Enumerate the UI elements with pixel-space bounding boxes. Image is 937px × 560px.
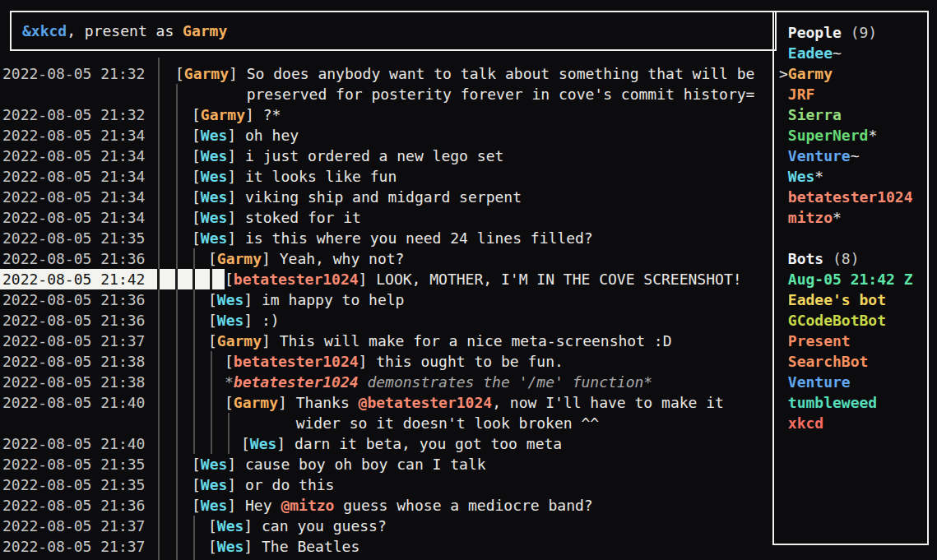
timestamp: 2022-08-05 21:34 (2, 166, 145, 187)
nick: Wes (217, 517, 244, 535)
member-item[interactable]: Sierra (779, 104, 842, 125)
timestamp: 2022-08-05 21:36 (2, 289, 145, 310)
selection-line-tick (157, 269, 160, 289)
chat-row[interactable]: 2022-08-05 21:34[Wes] viking ship and mi… (0, 187, 766, 207)
member-item[interactable]: Venture~ (779, 146, 860, 166)
section-count: (9) (842, 24, 877, 41)
chat-row[interactable]: 2022-08-05 21:35[Wes] cause boy oh boy c… (0, 454, 766, 474)
timestamp: 2022-08-05 21:36 (2, 495, 145, 516)
chat-row[interactable]: 2022-08-05 21:34[Wes] i just ordered a n… (0, 146, 766, 166)
chat-row[interactable]: 2022-08-05 21:32[Garmy] So does anybody … (0, 63, 766, 84)
member-name: Wes (788, 168, 815, 185)
message-text: [Garmy] So does anybody want to talk abo… (175, 63, 754, 84)
message-text: [Wes] darn it beta, you got too meta (241, 433, 562, 454)
message-body: ] darn it beta, you got too meta (276, 435, 562, 452)
timestamp: 2022-08-05 21:37 (2, 516, 145, 536)
member-status-suffix: * (833, 209, 842, 226)
message-text: [Wes] cause boy oh boy can I talk (192, 454, 486, 474)
timestamp: 2022-08-05 21:34 (2, 146, 145, 166)
message-body: [ (192, 456, 201, 473)
current-user-marker (779, 372, 788, 392)
chat-row[interactable]: 2022-08-05 21:37[Wes] can you guess? (0, 516, 766, 536)
member-name: SearchBot (788, 353, 869, 370)
member-item[interactable]: Eadee~ (779, 43, 842, 63)
nick: Garmy (217, 332, 262, 349)
chat-row[interactable]: 2022-08-05 21:42[betatester1024] LOOK, M… (0, 269, 766, 289)
current-user-marker (779, 166, 788, 187)
member-item[interactable]: Eadee's bot (779, 289, 886, 310)
nick: Wes (201, 188, 228, 206)
member-item[interactable]: GCodeBotBot (779, 310, 886, 331)
member-name: tumbleweed (788, 394, 877, 411)
member-name: mitzo (788, 209, 833, 226)
chat-wrap-row[interactable]: preserved for posterity forever in cove'… (0, 84, 766, 104)
message-body: [ (208, 332, 217, 349)
message-text: [Garmy] Yeah, why not? (208, 248, 404, 269)
timestamp: 2022-08-05 21:40 (2, 433, 145, 454)
channel-header: &xkcd, present as Garmy (10, 11, 777, 51)
message-text: [Wes] is this where you need 24 lines fi… (192, 228, 593, 248)
member-item[interactable]: Wes* (779, 166, 823, 187)
message-text: [betatester1024] this ought to be fun. (225, 351, 564, 372)
timestamp: 2022-08-05 21:40 (2, 392, 145, 413)
timestamp: 2022-08-05 21:34 (2, 125, 145, 146)
message-body: preserved for posterity forever in cove'… (247, 86, 755, 103)
member-item[interactable]: SearchBot (779, 351, 868, 372)
chat-row[interactable]: 2022-08-05 21:32[Garmy] ?* (0, 104, 766, 125)
chat-row[interactable]: 2022-08-05 21:38*betatester1024 demonstr… (0, 372, 766, 392)
chat-row[interactable]: 2022-08-05 21:38[betatester1024] this ou… (0, 351, 766, 372)
message-body: [ (192, 229, 201, 247)
message-text: [Garmy] This will make for a nice meta-s… (208, 331, 672, 351)
nick: Wes (217, 291, 244, 308)
member-item[interactable]: xkcd (779, 413, 823, 433)
message-text: [Wes] oh hey (192, 125, 299, 146)
section-title-text: People (788, 24, 842, 41)
message-text: *betatester1024 demonstrates the '/me' f… (225, 372, 652, 392)
chat-row[interactable]: 2022-08-05 21:34[Wes] it looks like fun (0, 166, 766, 187)
action-text: * (225, 373, 234, 391)
message-body: ] is this where you need 24 lines filled… (227, 229, 592, 247)
message-body: [ (225, 271, 234, 288)
nick: Garmy (234, 394, 278, 411)
member-item[interactable]: betatester1024 (779, 187, 913, 207)
chat-row[interactable]: 2022-08-05 21:37[Wes] The Beatles (0, 536, 766, 557)
message-text: [Wes] stoked for it (192, 207, 361, 228)
message-body: [ (208, 250, 217, 267)
nick: Garmy (217, 250, 262, 267)
current-user-marker (779, 43, 788, 63)
chat-row[interactable]: 2022-08-05 21:40[Wes] darn it beta, you … (0, 433, 766, 454)
chat-wrap-row[interactable]: wider so it doesn't look broken ^^ (0, 413, 766, 433)
member-item[interactable]: Venture (779, 372, 851, 392)
member-item[interactable]: Present (779, 331, 851, 351)
chat-row[interactable]: 2022-08-05 21:35[Wes] or do this (0, 474, 766, 495)
message-text: [betatester1024] LOOK, MOTHER, I'M IN TH… (225, 269, 742, 289)
timestamp: 2022-08-05 21:35 (2, 454, 145, 474)
message-text: [Garmy] Thanks @betatester1024, now I'll… (225, 392, 724, 413)
message-body: ] ?* (245, 106, 281, 123)
chat-row[interactable]: 2022-08-05 21:36[Wes] :) (0, 310, 766, 331)
member-item[interactable]: mitzo* (779, 207, 842, 228)
member-item[interactable]: JRF (779, 84, 814, 104)
timestamp: 2022-08-05 21:35 (2, 474, 145, 495)
message-body: [ (192, 188, 201, 206)
section-title-text: Bots (788, 250, 823, 267)
member-item[interactable]: SuperNerd* (779, 125, 877, 146)
message-text: [Wes] it looks like fun (192, 166, 397, 187)
chat-row[interactable]: 2022-08-05 21:40[Garmy] Thanks @betatest… (0, 392, 766, 413)
chat-row[interactable]: 2022-08-05 21:34[Wes] oh hey (0, 125, 766, 146)
chat-row[interactable]: 2022-08-05 21:36[Wes] Hey @mitzo guess w… (0, 495, 766, 516)
member-item[interactable]: tumbleweed (779, 392, 877, 413)
chat-row[interactable]: 2022-08-05 21:36[Wes] im happy to help (0, 289, 766, 310)
chat-row[interactable]: 2022-08-05 21:36[Garmy] Yeah, why not? (0, 248, 766, 269)
member-item[interactable]: Aug-05 21:42 Z (779, 269, 913, 289)
current-user-marker (779, 207, 788, 228)
timestamp: 2022-08-05 21:32 (2, 104, 145, 125)
chat-row[interactable]: 2022-08-05 21:34[Wes] stoked for it (0, 207, 766, 228)
message-text: preserved for posterity forever in cove'… (175, 84, 754, 104)
current-user-marker (779, 289, 788, 310)
message-body: [ (192, 476, 201, 493)
section-title-indent (779, 248, 788, 269)
chat-row[interactable]: 2022-08-05 21:35[Wes] is this where you … (0, 228, 766, 248)
member-item[interactable]: >Garmy (779, 63, 833, 84)
chat-row[interactable]: 2022-08-05 21:37[Garmy] This will make f… (0, 331, 766, 351)
